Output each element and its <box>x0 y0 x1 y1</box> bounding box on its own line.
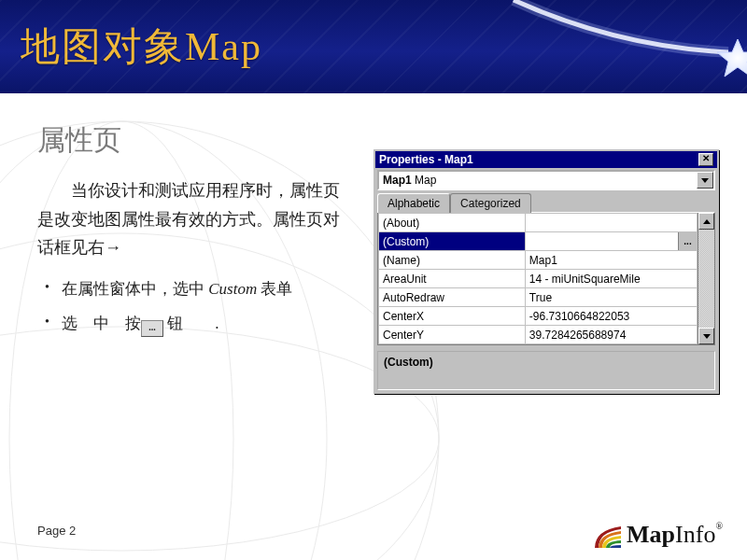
property-name[interactable]: (Name) <box>379 251 526 270</box>
property-value[interactable] <box>525 214 697 232</box>
bullet-1-pre: 在属性窗体中，选中 <box>62 280 208 298</box>
bullet-item-2: 选 中 按... 钮 . <box>45 306 353 341</box>
property-grid: (About)(Custom)...(Name)Map1AreaUnit14 -… <box>377 212 715 345</box>
object-selector-text: Map1 Map <box>379 174 697 187</box>
property-tabs: Alphabetic Categorized <box>377 193 715 213</box>
property-scrollbar[interactable] <box>698 213 714 344</box>
bullet-2-post: 钮 . <box>163 315 219 332</box>
property-name[interactable]: (About) <box>379 214 526 232</box>
bullet-list: 在属性窗体中，选中 Custom 表单 选 中 按... 钮 . <box>45 272 353 342</box>
mapinfo-logo-icon <box>593 525 623 549</box>
svg-marker-0 <box>717 39 747 77</box>
mapinfo-logo: MapInfo® <box>593 521 723 549</box>
properties-title: Properties - Map1 <box>379 153 698 166</box>
property-name[interactable]: CenterX <box>379 307 526 326</box>
property-name[interactable]: AutoRedraw <box>379 288 526 307</box>
logo-registered: ® <box>715 521 723 531</box>
property-name[interactable]: AreaUnit <box>379 270 526 288</box>
slide-banner: 地图对象Map <box>0 0 747 93</box>
property-value[interactable]: ... <box>525 232 697 251</box>
property-row[interactable]: CenterX-96.7310664822053 <box>379 307 698 326</box>
banner-star-swoosh <box>504 0 747 93</box>
property-row[interactable]: (Custom)... <box>379 232 698 251</box>
property-name[interactable]: CenterY <box>379 326 526 344</box>
property-row[interactable]: (Name)Map1 <box>379 251 698 270</box>
logo-rest: Info <box>675 521 715 548</box>
properties-titlebar[interactable]: Properties - Map1 ✕ <box>375 151 717 168</box>
property-row[interactable]: CenterY39.7284265688974 <box>379 326 698 344</box>
scroll-up-button[interactable] <box>698 213 714 230</box>
property-row[interactable]: AutoRedrawTrue <box>379 288 698 307</box>
property-ellipsis-button[interactable]: ... <box>678 232 697 250</box>
object-selector-name: Map1 <box>383 174 412 187</box>
property-row[interactable]: AreaUnit14 - miUnitSquareMile <box>379 270 698 288</box>
bullet-item-1: 在属性窗体中，选中 Custom 表单 <box>45 272 353 306</box>
property-value[interactable]: 14 - miUnitSquareMile <box>525 270 697 288</box>
property-value[interactable]: True <box>525 288 697 307</box>
property-value[interactable]: 39.7284265688974 <box>525 326 697 344</box>
object-selector-combo[interactable]: Map1 Map <box>377 170 715 190</box>
logo-bold: Map <box>627 521 675 548</box>
property-value[interactable]: Map1 <box>525 251 697 270</box>
slide-title: 地图对象Map <box>21 21 262 73</box>
scroll-track[interactable] <box>698 230 714 328</box>
scroll-down-button[interactable] <box>698 328 714 344</box>
property-row[interactable]: (About) <box>379 214 698 232</box>
page-number: Page 2 <box>37 524 76 538</box>
section-paragraph: 当你设计和测试应用程序时，属性页是改变地图属性最有效的方式。属性页对话框见右→ <box>37 176 345 262</box>
tab-categorized[interactable]: Categorized <box>450 193 531 213</box>
close-button[interactable]: ✕ <box>698 153 713 166</box>
ellipsis-icon: ... <box>141 320 163 337</box>
property-value[interactable]: -96.7310664822053 <box>525 307 697 326</box>
object-selector-type: Map <box>412 174 437 187</box>
bullet-1-em: Custom <box>208 280 257 298</box>
bullet-2-pre: 选 中 按 <box>62 315 141 332</box>
properties-window: Properties - Map1 ✕ Map1 Map Alphabetic … <box>374 149 719 394</box>
tab-alphabetic[interactable]: Alphabetic <box>377 193 450 213</box>
property-table: (About)(Custom)...(Name)Map1AreaUnit14 -… <box>378 213 698 344</box>
property-description: (Custom) <box>377 351 715 390</box>
combo-dropdown-icon[interactable] <box>697 172 713 189</box>
bullet-1-post: 表单 <box>257 280 292 298</box>
property-name[interactable]: (Custom) <box>379 232 526 251</box>
mapinfo-logo-text: MapInfo® <box>627 521 723 549</box>
